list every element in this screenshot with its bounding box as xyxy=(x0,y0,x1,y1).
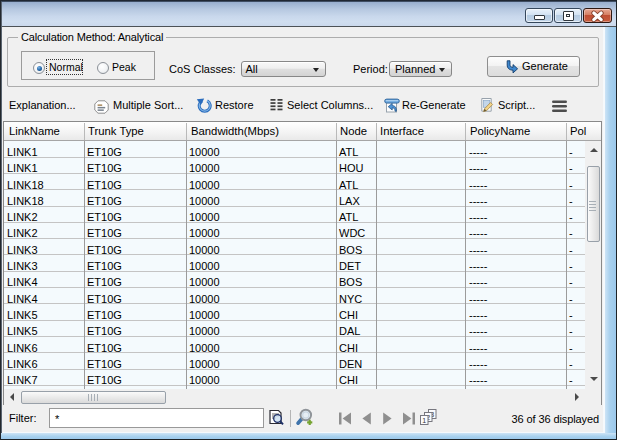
svg-text:1: 1 xyxy=(422,417,426,424)
